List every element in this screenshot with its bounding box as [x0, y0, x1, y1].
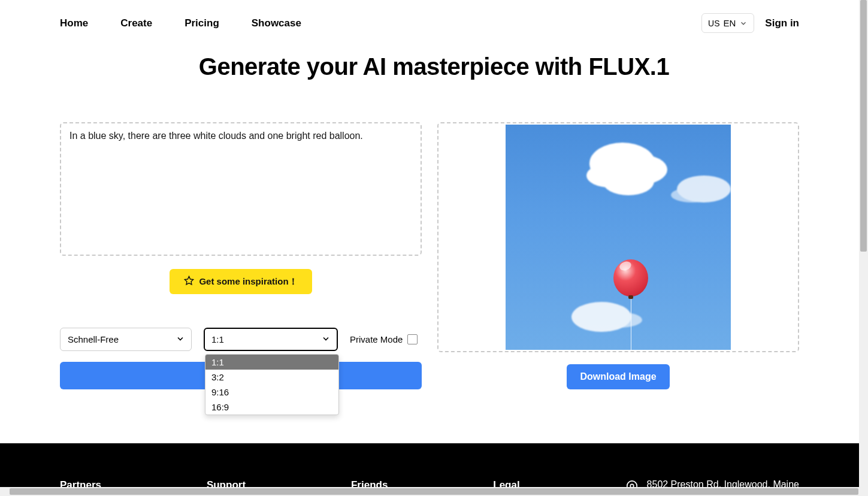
header: Home Create Pricing Showcase US EN Sign … — [0, 0, 859, 45]
page-title: Generate your AI masterpiece with FLUX.1 — [0, 53, 868, 80]
main-content: In a blue sky, there are three white clo… — [0, 104, 859, 413]
aspect-ratio-select[interactable]: 1:1 1:1 3:2 9:16 16:9 — [204, 328, 338, 351]
chevron-down-icon — [321, 334, 331, 345]
cloud-icon — [589, 143, 655, 185]
ratio-option-16-9[interactable]: 16:9 — [205, 400, 338, 415]
prompt-text[interactable]: In a blue sky, there are three white clo… — [69, 131, 412, 141]
cloud-icon — [677, 176, 731, 202]
vertical-scrollbar-thumb[interactable] — [860, 0, 867, 252]
private-mode-toggle: Private Mode — [350, 334, 418, 344]
nav-pricing[interactable]: Pricing — [185, 17, 219, 29]
horizontal-scrollbar-thumb[interactable] — [10, 488, 858, 495]
chevron-down-icon — [739, 19, 748, 28]
cloud-icon — [571, 302, 631, 332]
main-nav: Home Create Pricing Showcase — [60, 17, 301, 29]
chevron-down-icon — [176, 334, 185, 345]
ratio-option-3-2[interactable]: 3:2 — [205, 370, 338, 385]
private-mode-label: Private Mode — [350, 334, 403, 344]
ratio-option-9-16[interactable]: 9:16 — [205, 385, 338, 400]
sign-in-link[interactable]: Sign in — [765, 17, 799, 29]
ratio-option-1-1[interactable]: 1:1 — [205, 355, 338, 370]
generated-image — [506, 125, 731, 350]
download-button[interactable]: Download Image — [567, 364, 669, 389]
header-right: US EN Sign in — [701, 13, 799, 33]
private-mode-checkbox[interactable] — [407, 334, 418, 344]
aspect-ratio-value: 1:1 — [211, 334, 224, 344]
language-code: EN — [723, 18, 736, 28]
aspect-ratio-dropdown: 1:1 3:2 9:16 16:9 — [205, 354, 339, 415]
inspiration-button[interactable]: Get some inspiration！ — [170, 269, 311, 294]
model-select[interactable]: Schnell-Free — [60, 328, 192, 351]
output-panel — [437, 122, 799, 352]
balloon-icon — [613, 259, 648, 297]
language-selector[interactable]: US EN — [701, 13, 754, 33]
prompt-panel[interactable]: In a blue sky, there are three white clo… — [60, 122, 422, 256]
flag-icon: US — [708, 19, 719, 28]
nav-create[interactable]: Create — [120, 17, 152, 29]
star-icon — [184, 276, 194, 288]
nav-home[interactable]: Home — [60, 17, 88, 29]
left-column: In a blue sky, there are three white clo… — [60, 122, 422, 389]
right-column: Download Image — [437, 122, 799, 389]
svg-marker-0 — [185, 276, 193, 284]
horizontal-scrollbar[interactable] — [0, 487, 868, 496]
inspiration-label: Get some inspiration！ — [199, 276, 297, 288]
vertical-scrollbar[interactable] — [859, 0, 868, 496]
nav-showcase[interactable]: Showcase — [252, 17, 301, 29]
model-select-value: Schnell-Free — [68, 334, 119, 344]
controls-row: Schnell-Free 1:1 1:1 3:2 9:16 16:9 Pri — [60, 328, 422, 351]
